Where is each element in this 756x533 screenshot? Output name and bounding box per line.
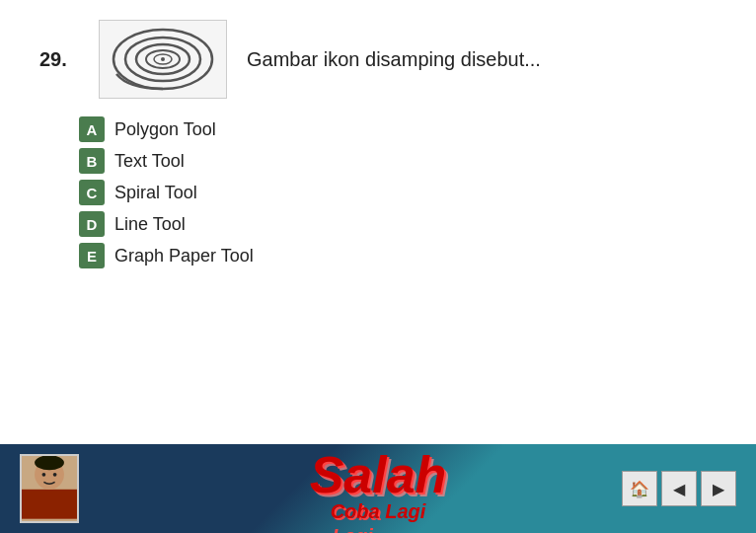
prev-button[interactable]: ◀: [661, 471, 697, 506]
option-label-b: Text Tool: [114, 151, 185, 172]
option-b[interactable]: B Text Tool: [79, 148, 717, 174]
next-icon: ▶: [713, 480, 724, 498]
avatar: [20, 454, 79, 523]
coba-text: Coba Lagi: [331, 500, 426, 522]
option-e[interactable]: E Graph Paper Tool: [79, 243, 717, 268]
option-label-a: Polygon Tool: [114, 119, 216, 140]
home-button[interactable]: 🏠: [622, 471, 657, 506]
home-icon: 🏠: [630, 480, 649, 498]
option-badge-c: C: [79, 180, 105, 205]
question-row: 29. Gambar ikon disamping disebut...: [39, 20, 717, 99]
option-badge-d: D: [79, 211, 105, 237]
option-badge-e: E: [79, 243, 105, 268]
salah-text: Salah: [310, 446, 447, 503]
svg-rect-6: [22, 490, 77, 519]
main-content: 29. Gambar ikon disamping disebut... A P…: [0, 0, 756, 288]
result-container: Salah Salah Salah Coba Lagi Coba Lagi: [310, 445, 447, 523]
option-d[interactable]: D Line Tool: [79, 211, 717, 237]
svg-point-9: [42, 473, 46, 477]
option-badge-a: A: [79, 116, 105, 142]
question-number: 29.: [39, 48, 79, 71]
next-button[interactable]: ▶: [701, 471, 736, 506]
option-label-d: Line Tool: [114, 214, 186, 235]
spiral-svg: [109, 25, 217, 94]
option-a[interactable]: A Polygon Tool: [79, 116, 717, 142]
bottom-bar: Salah Salah Salah Coba Lagi Coba Lagi 🏠 …: [0, 444, 756, 533]
options-list: A Polygon Tool B Text Tool C Spiral Tool…: [39, 116, 717, 268]
svg-point-8: [35, 455, 64, 470]
option-label-c: Spiral Tool: [114, 183, 197, 203]
option-badge-b: B: [79, 148, 105, 174]
option-c[interactable]: C Spiral Tool: [79, 180, 717, 205]
nav-buttons: 🏠 ◀ ▶: [622, 471, 736, 506]
svg-point-10: [53, 473, 57, 477]
prev-icon: ◀: [673, 480, 685, 498]
question-text: Gambar ikon disamping disebut...: [247, 48, 541, 71]
spiral-image-container: [99, 20, 227, 99]
svg-point-5: [161, 57, 165, 61]
option-label-e: Graph Paper Tool: [114, 246, 254, 266]
coba-wrapper: Coba Lagi Coba Lagi: [331, 500, 426, 523]
salah-wrapper: Salah Salah Salah: [310, 445, 447, 504]
